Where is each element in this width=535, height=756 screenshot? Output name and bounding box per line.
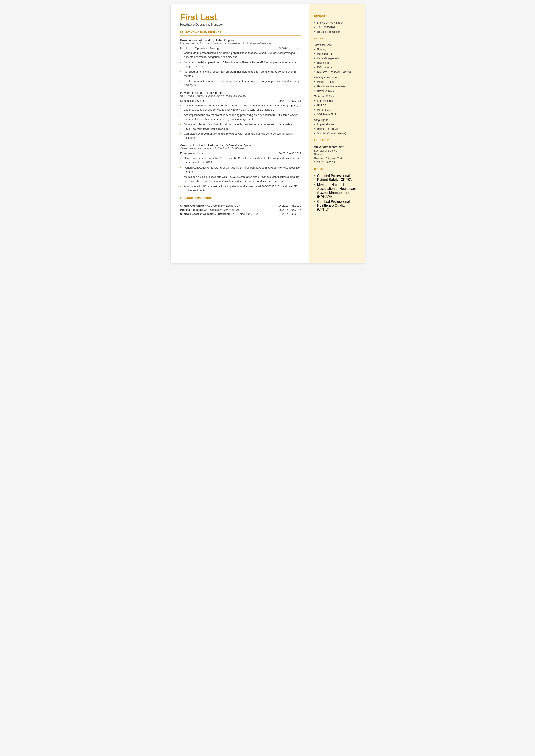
list-item: HCPCS [314, 103, 359, 107]
edu-dates: 10/2011 - 06/2014 [314, 160, 359, 164]
job-dates-2: 09/2019 – 07/2021 [279, 99, 301, 102]
other-item-1: Certified Professional in Patient Safety… [314, 174, 359, 182]
languages-list: English (Native) Romanian (Native) Spani… [314, 123, 359, 135]
prev-role-3: Clinical Research Associate (Internship)… [180, 212, 258, 215]
industry-knowledge-label: Industry Knowledge: [314, 76, 359, 79]
edu-degree: Bachelor of Science [314, 149, 359, 153]
other-heading: OTHER [314, 168, 359, 170]
contact-item-email: first.last@gmail.com [314, 30, 359, 34]
edu-location: New York City, New York [314, 156, 359, 160]
list-item: Revenue Cycle [314, 89, 359, 93]
main-column: First Last Healthcare Operations Manager… [171, 4, 309, 263]
list-item: MEDITECH [314, 108, 359, 112]
employer-block-1: Resume Worded, London, United Kingdom Ed… [180, 39, 301, 88]
list-item: Case Management [314, 56, 359, 60]
other-item-2: Member, National Association of Healthca… [314, 183, 359, 199]
list-item: Maintained files on 7K active clinical t… [180, 123, 301, 131]
list-item: E-Commerce [314, 66, 359, 70]
relevant-work-divider [180, 35, 301, 36]
tools-label: Tools and Software: [314, 95, 359, 98]
job-dates-3: 06/2018 – 08/2019 [279, 152, 301, 155]
job-title-1: Healthcare Operations Manager [180, 46, 221, 50]
prev-dates-1: 06/2017 – 05/2018 [279, 204, 301, 207]
job-row-3: Emergency Nurse 06/2018 – 08/2019 [180, 152, 301, 155]
list-item: SOAPware EMR [314, 113, 359, 116]
resume-container: First Last Healthcare Operations Manager… [171, 4, 365, 263]
skills-heading: SKILLS [314, 37, 359, 40]
list-item: English (Native) [314, 123, 359, 126]
prev-dates-3: 07/2014 – 05/2015 [279, 212, 301, 215]
list-item: Managed the daily operations of 3 health… [180, 61, 301, 69]
education-block-1: University of New York Bachelor of Scien… [314, 145, 359, 164]
list-item: Healthcare Management [314, 84, 359, 88]
other-item-3: Certified Professional in Healthcare Qua… [314, 200, 359, 211]
employer-name-2: Polyhire, London, United Kingdom [180, 91, 301, 95]
relevant-work-heading: RELEVANT WORK EXPERIENCE [180, 31, 301, 34]
job-dates-1: 08/2021 – Present [279, 47, 301, 50]
bullet-list-3: Served as a rescue nurse for 72 hours at… [180, 156, 301, 193]
list-item: Romanian (Native) [314, 127, 359, 131]
list-item: Calculated reimbursement information, do… [180, 104, 301, 112]
sidebar: CONTACT Bristol, United Kingdom +44 1234… [309, 4, 365, 263]
technical-skills-list: Nursing Managed Care Case Management Hea… [314, 47, 359, 74]
list-item: Spanish (Conversational) [314, 131, 359, 135]
previous-exp-heading: PREVIOUS EXPERIENCE [180, 197, 301, 199]
bullet-list-2: Calculated reimbursement information, do… [180, 104, 301, 140]
employer-name-3: Growthsi, London, United Kingdom & Barce… [180, 144, 301, 147]
list-item: Medical Billing [314, 80, 359, 84]
edu-school: University of New York [314, 145, 359, 148]
job-row-2: Clinical Supervisor 09/2019 – 07/2021 [180, 99, 301, 102]
list-item: Contributed to establishing a fundraisin… [180, 51, 301, 60]
contact-heading: CONTACT [314, 14, 359, 17]
list-item: Led the introduction of a new scheduling… [180, 79, 301, 88]
job-title-2: Clinical Supervisor [180, 99, 204, 102]
prev-exp-row-1: Clinical Coordinator, ABC Company, Londo… [180, 204, 301, 207]
list-item: Nursing [314, 47, 359, 51]
list-item: Completed over 20 monthly audits; reward… [180, 132, 301, 140]
contact-list: Bristol, United Kingdom +44 123456789 fi… [314, 21, 359, 34]
education-heading: EDUCATION [314, 139, 359, 141]
list-item: Healthcare [314, 61, 359, 65]
list-item: Customer Feedback Tracking [314, 70, 359, 74]
contact-divider [314, 18, 359, 19]
prev-exp-row-3: Clinical Research Associate (Internship)… [180, 212, 301, 215]
list-item: Epic Systems [314, 99, 359, 103]
employer-block-3: Growthsi, London, United Kingdom & Barce… [180, 144, 301, 193]
prev-exp-row-2: Medical Assistant, XYZ Company, New York… [180, 209, 301, 211]
prev-dates-2: 06/2016 – 05/2017 [279, 209, 301, 211]
industry-knowledge-list: Medical Billing Healthcare Management Re… [314, 80, 359, 93]
contact-item-location: Bristol, United Kingdom [314, 21, 359, 25]
job-row-1: Healthcare Operations Manager 08/2021 – … [180, 46, 301, 50]
employer-block-2: Polyhire, London, United Kingdom NYSE-li… [180, 91, 301, 140]
employer-name-1: Resume Worded, London, United Kingdom [180, 39, 301, 42]
employer-tagline-2: NYSE-listed recruitment and employer bra… [180, 95, 301, 98]
education-divider [314, 143, 359, 143]
list-item: Served as a rescue nurse for 72 hours at… [180, 156, 301, 165]
other-content: Certified Professional in Patient Safety… [314, 174, 359, 211]
list-item: launched an employee recognition program… [180, 70, 301, 78]
candidate-name: First Last [180, 13, 301, 22]
skills-divider [314, 41, 359, 42]
list-item: Maintained a 91% success rate with E.C.G… [180, 175, 301, 183]
list-item: Managed Care [314, 52, 359, 56]
list-item: Accomplished the project objective of re… [180, 113, 301, 122]
prev-role-2: Medical Assistant, XYZ Company, New York… [180, 209, 241, 211]
bullet-list-1: Contributed to establishing a fundraisin… [180, 51, 301, 88]
languages-label: Languages: [314, 119, 359, 122]
job-title-3: Emergency Nurse [180, 152, 203, 155]
candidate-title: Healthcare Operations Manager [180, 23, 301, 26]
prev-role-1: Clinical Coordinator, ABC Company, Londo… [180, 204, 240, 207]
employer-tagline-3: Career training and membership SaaS with… [180, 147, 301, 150]
list-item: Performed rescues on fellow nurses, incl… [180, 166, 301, 174]
previous-exp-divider [180, 201, 301, 201]
technical-skills-label: Technical Skills: [314, 43, 359, 46]
edu-field: Nursing [314, 153, 359, 156]
list-item: Administered 1.1K care instructions to p… [180, 184, 301, 193]
contact-item-phone: +44 123456789 [314, 25, 359, 29]
employer-tagline-1: Education technology startup with 50+ em… [180, 42, 301, 45]
tools-list: Epic Systems HCPCS MEDITECH SOAPware EMR [314, 99, 359, 116]
